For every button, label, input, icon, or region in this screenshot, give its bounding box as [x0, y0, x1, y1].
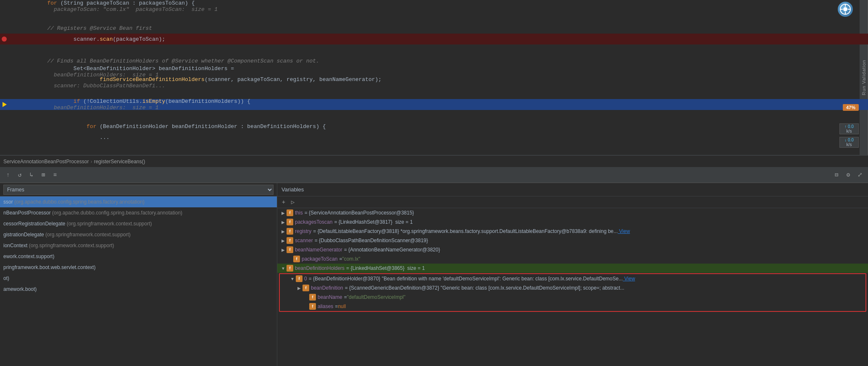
expand-arrow-beandef — [296, 286, 302, 290]
var-name-scanner: scanner — [295, 238, 313, 243]
var-str-pts: "com.lx" — [342, 256, 360, 262]
frame-class-2: cessorRegistrationDelegate — [3, 221, 65, 227]
frame-pkg-1: (org.apache.dubbo.config.spring.beans.fa… — [51, 210, 182, 216]
frame-item-1[interactable]: nBeanPostProcessor (org.apache.dubbo.con… — [0, 207, 277, 218]
frames-panel: Frames ssor (org.apache.dubbo.config.spr… — [0, 183, 277, 366]
percent-badge: 47% — [843, 104, 859, 111]
var-item-beandef[interactable]: f beanDefinition = {ScannedGenericBeanDe… — [280, 283, 865, 293]
red-box-group: f 0 = {BeanDefinitionHolder@3870} "Bean … — [279, 273, 866, 312]
var-item-bdh[interactable]: f beanDefinitionHolders = {LinkedHashSet… — [277, 264, 868, 273]
variables-panel: Variables + ▷ f this = {ServiceAnnotatio… — [277, 183, 868, 366]
frame-item-7[interactable]: ot) — [0, 273, 277, 284]
var-name-pts: packageToScan — [302, 256, 337, 262]
var-value-aliases: = — [335, 303, 338, 309]
debug-toolbar: ↑ ↺ ↳ ⊞ ≡ ⊟ ⚙ ⤢ — [0, 167, 868, 183]
expand-all-btn[interactable]: ▷ — [289, 199, 297, 206]
variables-title: Variables — [281, 186, 304, 193]
var-name-beanname: beanName — [318, 294, 342, 300]
var-item-this[interactable]: f this = {ServiceAnnotationBeanPostProce… — [277, 208, 868, 217]
var-value-packages: = {LinkedHashSet@3817} size = 1 — [334, 219, 413, 225]
speed-up: ↑ 0.0 k/s — [839, 123, 859, 134]
code-text-b1 — [21, 14, 24, 21]
toolbar-btn-list[interactable]: ≡ — [50, 170, 60, 180]
toolbar-btn-refresh[interactable]: ↺ — [15, 170, 24, 180]
breadcrumb-bar: ServiceAnnotationBeanPostProcessor › reg… — [0, 155, 868, 167]
code-text-find: findServiceBeanDefinitionHolders(scanner… — [21, 70, 381, 95]
var-null-aliases: null — [338, 303, 346, 309]
var-item-beannamegens[interactable]: f beanNameGenerator = {AnnotationBeanNam… — [277, 245, 868, 254]
var-value-registry: = {DefaultListableBeanFactory@3818} *org… — [313, 228, 618, 234]
code-line-if: if (!CollectionUtils.isEmpty(beanDefinit… — [0, 99, 868, 110]
toolbar-btn-up[interactable]: ↑ — [3, 170, 13, 180]
code-text-ellipsis: ... — [21, 128, 110, 147]
frame-item-3[interactable]: gistrationDelegate (org.springframework.… — [0, 229, 277, 240]
var-item-bdh-0[interactable]: f 0 = {BeanDefinitionHolder@3870} "Bean … — [280, 274, 865, 283]
frame-class-3: gistrationDelegate — [3, 232, 44, 238]
expand-arrow-bng — [280, 248, 287, 252]
var-name-bng: beanNameGenerator — [295, 247, 342, 253]
frame-item-4[interactable]: ionContext (org.springframework.context.… — [0, 240, 277, 251]
var-icon-scanner: f — [287, 237, 293, 244]
var-str-beanname: "defaultDemoServiceImpl" — [347, 294, 405, 300]
var-list: f this = {ServiceAnnotationBeanPostProce… — [277, 208, 868, 366]
var-link-registry[interactable]: View — [618, 228, 630, 234]
var-icon-beandef: f — [302, 285, 309, 291]
expand-arrow-bdh — [280, 266, 287, 271]
toolbar-btn-layout[interactable]: ⊟ — [832, 170, 841, 180]
var-value-bdh0: = {BeanDefinitionHolder@3870} "Bean defi… — [309, 276, 623, 282]
var-name-this: this — [295, 210, 303, 216]
var-value-this: = {ServiceAnnotationBeanPostProcessor@38… — [305, 210, 414, 216]
var-item-beanname[interactable]: f beanName = "defaultDemoServiceImpl" — [280, 293, 865, 302]
code-content: for (String packageToScan : packagesToSc… — [0, 0, 868, 144]
speed-down-icon: ↓ — [844, 138, 847, 142]
toolbar-btn-settings[interactable]: ⚙ — [844, 170, 853, 180]
var-icon-pts: f — [293, 256, 300, 262]
var-name-bdh: beanDefinitionHolders — [295, 265, 345, 271]
frame-class-6: pringframework.boot.web.servlet.context) — [3, 264, 95, 270]
var-item-registry[interactable]: f registry = {DefaultListableBeanFactory… — [277, 227, 868, 236]
frame-item-2[interactable]: cessorRegistrationDelegate (org.springfr… — [0, 218, 277, 229]
var-name-beandef: beanDefinition — [311, 285, 343, 291]
toolbar-btn-grid[interactable]: ⊞ — [39, 170, 48, 180]
frame-item-8[interactable]: amework.boot) — [0, 284, 277, 295]
var-icon-this: f — [287, 209, 293, 216]
code-line-1: for (String packageToScan : packagesToSc… — [0, 1, 868, 12]
toolbar-btn-expand[interactable]: ⤢ — [855, 170, 865, 180]
code-text-scan: scanner.scan(packageToScan); — [21, 30, 165, 49]
var-value-pts: = — [339, 256, 342, 262]
breakpoint-dot — [2, 37, 7, 42]
var-icon-aliases: f — [309, 303, 316, 310]
frame-class-5: ework.context.support) — [3, 254, 54, 259]
var-value-beanname: = — [344, 294, 347, 300]
frame-pkg-4: (org.springframework.context.support) — [27, 243, 114, 248]
expand-arrow-packages — [280, 220, 287, 225]
expand-arrow-this — [280, 211, 287, 215]
var-icon-registry: f — [287, 228, 293, 235]
toolbar-btn-step[interactable]: ↳ — [27, 170, 36, 180]
breadcrumb-class: ServiceAnnotationBeanPostProcessor — [3, 159, 89, 165]
frame-item-5[interactable]: ework.context.support) — [0, 251, 277, 262]
frame-select[interactable]: Frames — [3, 185, 274, 195]
add-watch-btn[interactable]: + — [280, 199, 287, 206]
speed-up-unit: k/s — [847, 129, 852, 133]
frame-class-4: ionContext — [3, 243, 27, 248]
var-item-scanner[interactable]: f scanner = {DubboClassPathBeanDefinitio… — [277, 236, 868, 245]
var-item-packagetoscan[interactable]: f packageToScan = "com.lx" — [277, 254, 868, 264]
frame-pkg-0: (org.apache.dubbo.config.spring.beans.fa… — [13, 199, 145, 205]
editor-area: Run Validation 47% ↑ 0.0 k/s ↓ 0.0 k/s f… — [0, 0, 868, 155]
frame-item-0[interactable]: ssor (org.apache.dubbo.config.spring.bea… — [0, 196, 277, 207]
var-item-packages[interactable]: f packagesToscan = {LinkedHashSet@3817} … — [277, 217, 868, 227]
var-link-bdh0[interactable]: View — [623, 276, 635, 282]
frame-class-1: nBeanPostProcessor — [3, 210, 51, 216]
frames-list: ssor (org.apache.dubbo.config.spring.bea… — [0, 196, 277, 366]
var-name-registry: registry — [295, 228, 311, 234]
speed-down-unit: k/s — [847, 142, 852, 147]
var-item-aliases[interactable]: f aliases = null — [280, 302, 865, 311]
frame-pkg-3: (org.springframework.context.support) — [44, 232, 131, 238]
frame-item-6[interactable]: pringframework.boot.web.servlet.context) — [0, 262, 277, 273]
var-icon-beanname: f — [309, 294, 316, 301]
speed-down: ↓ 0.0 k/s — [839, 137, 859, 148]
var-icon-bdh: f — [287, 265, 293, 272]
var-value-bng: = {AnnotationBeanNameGenerator@3820} — [344, 247, 440, 253]
var-value-bdh: = {LinkedHashSet@3865} size = 1 — [346, 265, 425, 271]
